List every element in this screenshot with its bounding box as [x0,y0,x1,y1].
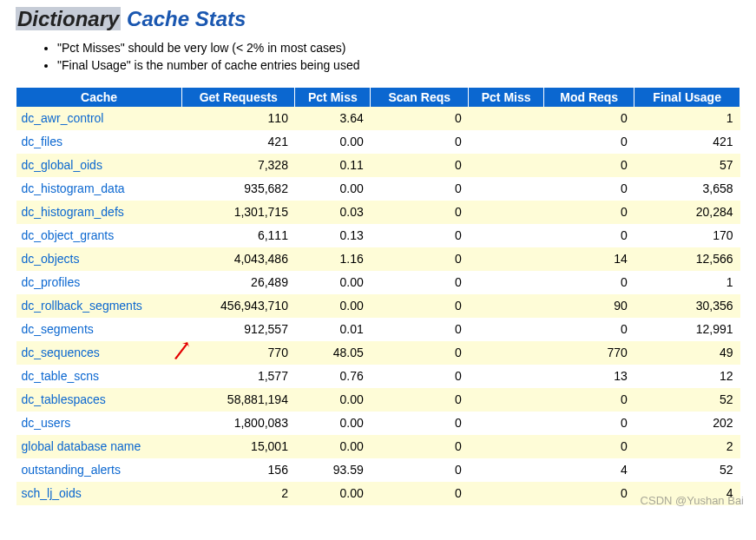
cell-pct-miss-1: 0.01 [295,318,371,341]
cell-mod-reqs: 90 [544,294,634,318]
table-header-row: Cache Get Requests Pct Miss Scan Reqs Pc… [16,88,740,107]
cell-final-usage: 52 [634,458,740,482]
cell-scan-reqs: 0 [371,247,469,271]
cell-scan-reqs: 0 [371,318,469,341]
cell-pct-miss-1: 93.59 [295,458,371,482]
cell-mod-reqs: 0 [544,130,634,154]
cell-get-requests: 421 [182,130,295,154]
cell-scan-reqs: 0 [371,458,469,482]
cell-final-usage: 202 [634,412,740,435]
table-row: dc_rollback_segments456,943,7100.0009030… [16,294,740,318]
cell-get-requests: 26,489 [182,271,295,294]
cell-scan-reqs: 0 [371,154,469,177]
cell-final-usage: 2 [634,435,740,458]
cell-final-usage: 20,284 [634,201,740,224]
cell-cache: dc_object_grants [16,224,182,247]
cell-pct-miss-1: 48.05 [295,341,371,365]
cell-scan-reqs: 0 [371,388,469,412]
cell-cache: dc_segments [16,318,182,341]
cell-mod-reqs: 0 [544,107,634,130]
cell-pct-miss-1: 0.00 [295,271,371,294]
col-mod-reqs: Mod Reqs [544,88,634,107]
cell-mod-reqs: 0 [544,435,634,458]
table-row: dc_histogram_defs1,301,7150.030020,284 [16,201,740,224]
cell-scan-reqs: 0 [371,341,469,365]
cell-pct-miss-1: 0.00 [295,435,371,458]
cell-pct-miss-2 [469,130,544,154]
table-row: dc_histogram_data935,6820.00003,658 [16,177,740,201]
col-cache: Cache [16,88,182,107]
note-item: "Final Usage" is the number of cache ent… [57,57,740,75]
cell-mod-reqs: 13 [544,365,634,388]
cell-scan-reqs: 0 [371,482,469,505]
cell-scan-reqs: 0 [371,130,469,154]
table-row: dc_files4210.0000421 [16,130,740,154]
cell-get-requests: 456,943,710 [182,294,295,318]
cell-final-usage: 57 [634,154,740,177]
cell-cache: dc_tablespaces [16,388,182,412]
cell-pct-miss-2 [469,365,544,388]
cell-cache: dc_files [16,130,182,154]
table-row: dc_global_oids7,3280.110057 [16,154,740,177]
cell-mod-reqs: 0 [544,412,634,435]
cell-mod-reqs: 0 [544,318,634,341]
cell-pct-miss-2 [469,271,544,294]
cell-cache: sch_lj_oids [16,482,182,505]
cell-pct-miss-1: 0.00 [295,294,371,318]
cache-stats-table: Cache Get Requests Pct Miss Scan Reqs Pc… [16,88,740,505]
cell-cache: dc_users [16,412,182,435]
table-row: dc_awr_control1103.64001 [16,107,740,130]
table-row: dc_table_scns1,5770.7601312 [16,365,740,388]
cell-get-requests: 912,557 [182,318,295,341]
cell-pct-miss-1: 0.03 [295,201,371,224]
cell-get-requests: 15,001 [182,435,295,458]
cell-pct-miss-2 [469,107,544,130]
cell-mod-reqs: 0 [544,224,634,247]
cell-pct-miss-2 [469,318,544,341]
title-remainder: Cache Stats [121,7,246,30]
cell-pct-miss-2 [469,224,544,247]
cell-pct-miss-1: 0.76 [295,365,371,388]
cell-get-requests: 4,043,486 [182,247,295,271]
cell-pct-miss-2 [469,201,544,224]
cell-cache: dc_table_scns [16,365,182,388]
cell-cache: dc_profiles [16,271,182,294]
cell-cache: dc_histogram_defs [16,201,182,224]
cell-final-usage: 49 [634,341,740,365]
cell-pct-miss-1: 0.11 [295,154,371,177]
col-scan-reqs: Scan Reqs [371,88,469,107]
table-row: dc_users1,800,0830.0000202 [16,412,740,435]
cell-mod-reqs: 0 [544,482,634,505]
cell-pct-miss-2 [469,458,544,482]
cell-cache: global database name [16,435,182,458]
cell-get-requests: 6,111 [182,224,295,247]
col-final-usage: Final Usage [634,88,740,107]
cell-mod-reqs: 0 [544,201,634,224]
col-pct-miss-1: Pct Miss [295,88,371,107]
cell-final-usage: 12,566 [634,247,740,271]
cell-pct-miss-2 [469,388,544,412]
cell-mod-reqs: 0 [544,177,634,201]
cell-pct-miss-1: 0.00 [295,482,371,505]
cell-pct-miss-2 [469,341,544,365]
cell-pct-miss-2 [469,154,544,177]
cell-final-usage: 170 [634,224,740,247]
cell-scan-reqs: 0 [371,224,469,247]
cell-get-requests: 58,881,194 [182,388,295,412]
notes-list: "Pct Misses" should be very low (< 2% in… [42,40,740,74]
cell-cache: dc_rollback_segments [16,294,182,318]
col-get-requests: Get Requests [182,88,295,107]
cell-scan-reqs: 0 [371,435,469,458]
cell-get-requests: 1,800,083 [182,412,295,435]
cell-mod-reqs: 4 [544,458,634,482]
cell-scan-reqs: 0 [371,271,469,294]
cell-final-usage: 12,991 [634,318,740,341]
cell-pct-miss-1: 3.64 [295,107,371,130]
table-row: dc_sequences77048.05077049 [16,341,740,365]
table-row: dc_tablespaces58,881,1940.000052 [16,388,740,412]
cell-scan-reqs: 0 [371,365,469,388]
cell-mod-reqs: 0 [544,271,634,294]
table-row: dc_objects4,043,4861.1601412,566 [16,247,740,271]
cell-mod-reqs: 0 [544,388,634,412]
cell-final-usage: 3,658 [634,177,740,201]
